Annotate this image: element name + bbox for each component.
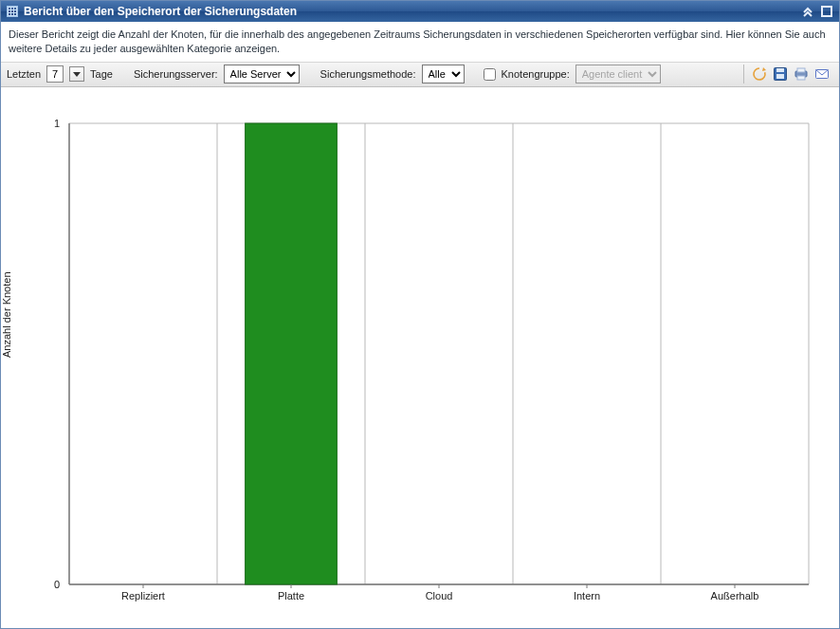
maximize-icon[interactable]: [820, 5, 833, 18]
filter-toolbar: Letzten Tage Sicherungsserver: Alle Serv…: [1, 63, 839, 87]
toolbar-separator: [743, 65, 744, 83]
method-label: Sicherungsmethode:: [320, 68, 416, 80]
last-days-input[interactable]: [46, 65, 64, 83]
x-tick-label: Platte: [278, 590, 304, 601]
bar-chart: 01RepliziertPlatteCloudInternAußerhalb: [1, 87, 839, 628]
days-label: Tage: [90, 68, 113, 80]
chart-area: Anzahl der Knoten 01RepliziertPlatteClou…: [1, 87, 839, 628]
x-tick-label: Außerhalb: [711, 590, 759, 601]
x-tick-label: Intern: [574, 590, 600, 601]
days-dropdown-button[interactable]: [69, 66, 84, 82]
grid-icon: [7, 6, 18, 17]
svg-marker-1: [73, 72, 81, 77]
report-panel: Bericht über den Speicherort der Sicheru…: [0, 0, 840, 629]
svg-rect-7: [797, 68, 805, 72]
svg-rect-4: [776, 68, 784, 72]
titlebar: Bericht über den Speicherort der Sicheru…: [1, 1, 839, 22]
window-controls: [801, 5, 833, 18]
window-title: Bericht über den Speicherort der Sicheru…: [24, 5, 801, 18]
refresh-icon[interactable]: [752, 66, 767, 82]
save-icon[interactable]: [773, 66, 788, 82]
server-label: Sicherungsserver:: [134, 68, 218, 80]
report-description: Dieser Bericht zeigt die Anzahl der Knot…: [1, 22, 839, 63]
svg-rect-8: [797, 76, 805, 80]
nodegroup-select: Agente client: [575, 65, 661, 83]
y-tick-label: 0: [54, 579, 60, 590]
y-axis-title: Anzahl der Knoten: [1, 271, 12, 358]
action-icons: [752, 66, 833, 82]
x-tick-label: Cloud: [426, 590, 453, 601]
email-icon[interactable]: [814, 66, 830, 82]
x-tick-label: Repliziert: [121, 590, 165, 601]
bar[interactable]: [246, 123, 338, 584]
y-tick-label: 1: [54, 118, 60, 129]
backup-method-select[interactable]: Alle: [422, 65, 465, 83]
svg-rect-0: [822, 7, 831, 16]
backup-server-select[interactable]: Alle Server: [224, 65, 300, 83]
last-label: Letzten: [7, 68, 41, 80]
collapse-icon[interactable]: [801, 5, 814, 18]
nodegroup-checkbox[interactable]: [484, 68, 496, 81]
svg-rect-5: [776, 74, 784, 79]
group-label: Knotengruppe:: [502, 68, 570, 80]
print-icon[interactable]: [794, 66, 809, 82]
svg-marker-2: [762, 67, 766, 71]
